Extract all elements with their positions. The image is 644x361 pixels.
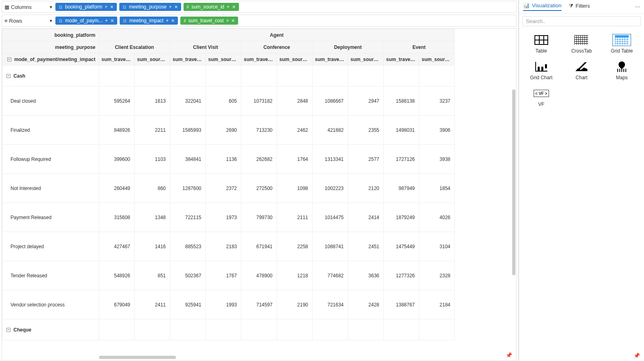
cell: 2451 [348, 232, 384, 261]
expand-icon[interactable]: − [6, 328, 11, 332]
tab-visualization[interactable]: 📊 Visualization [523, 2, 562, 11]
hash-icon: # [187, 5, 189, 9]
cell: 848926 [99, 116, 135, 145]
cell: 2462 [277, 116, 312, 145]
measure-header: sum_source... [348, 53, 384, 65]
rows-pills: 🗋mode_of_paym...+✕🗋meeting_impact+✕#sum_… [55, 17, 238, 25]
measure-header: sum_travel_... [241, 53, 277, 65]
plus-icon[interactable]: + [166, 18, 169, 23]
table-icon [534, 35, 548, 45]
measure-header: sum_travel_... [384, 53, 419, 65]
plus-icon[interactable]: + [227, 4, 230, 10]
cell: 322041 [170, 87, 206, 116]
close-icon[interactable]: ✕ [110, 18, 114, 23]
row-label[interactable]: Not Interested [2, 174, 99, 203]
columns-shelf-label[interactable]: ▦ Columns ▼ [4, 4, 53, 10]
tab-filters[interactable]: ⧩ Filters [569, 3, 590, 11]
pill-sum_travel_cost[interactable]: #sum_travel_cost+✕ [180, 17, 238, 25]
cell: 2947 [348, 87, 384, 116]
cell: 1416 [135, 232, 170, 261]
cell: 1014475 [312, 203, 348, 232]
row-label[interactable]: Vendor selection process [2, 290, 99, 319]
pill-label: mode_of_paym... [65, 18, 103, 23]
pill-mode_of_paym-[interactable]: 🗋mode_of_paym...+✕ [55, 17, 117, 25]
viz-crosstab[interactable]: CrossTab [563, 33, 601, 55]
cell: 262682 [241, 145, 277, 174]
cell: 1086667 [312, 87, 348, 116]
cell: 2577 [348, 145, 384, 174]
cell: 399600 [99, 145, 135, 174]
rows-icon: ≡ [4, 18, 8, 24]
cell: 1879249 [384, 203, 419, 232]
cell: 2355 [348, 116, 384, 145]
cell [206, 319, 241, 340]
pill-meeting_purpose[interactable]: 🗋meeting_purpose+✕ [119, 3, 181, 11]
chevron-down-icon[interactable]: ▼ [49, 5, 53, 9]
row-label[interactable]: Payment Released [2, 203, 99, 232]
close-icon[interactable]: ✕ [232, 4, 236, 10]
viz-table[interactable]: Table [522, 33, 560, 55]
viz-chart[interactable]: Chart [563, 59, 601, 82]
cell: 713230 [241, 116, 277, 145]
pin-icon[interactable]: 📌 [633, 353, 640, 359]
more-icon[interactable]: ⋯ [635, 4, 640, 10]
viz-vf[interactable]: < VF >VF [522, 86, 560, 109]
plus-icon[interactable]: + [105, 18, 108, 23]
plus-icon[interactable]: + [226, 18, 229, 23]
purpose-header: Event [384, 41, 455, 53]
cell: 3104 [419, 232, 455, 261]
plus-icon[interactable]: + [105, 4, 108, 10]
expand-icon[interactable]: − [6, 74, 11, 78]
close-icon[interactable]: ✕ [231, 18, 235, 23]
cell: 315608 [99, 203, 135, 232]
plus-icon[interactable]: + [169, 4, 172, 10]
horizontal-scrollbar[interactable] [99, 356, 176, 359]
visualization-grid: TableCrossTabGrid TableGrid ChartChartMa… [519, 29, 644, 113]
pill-label: sum_source_id [191, 4, 224, 10]
row-label[interactable]: Followup Required [2, 145, 99, 174]
cell: 885523 [170, 232, 206, 261]
cell [170, 319, 206, 340]
chart-icon [575, 62, 587, 71]
search-input[interactable]: Search.. [522, 16, 641, 26]
viz-maps[interactable]: Maps [603, 59, 641, 82]
pin-icon[interactable]: 📌 [506, 352, 512, 358]
purpose-header: Deployment [312, 41, 384, 53]
group-row[interactable]: − Cheque [2, 319, 99, 340]
maps-icon [617, 61, 627, 72]
rows-shelf: ≡ Rows ▼ 🗋mode_of_paym...+✕🗋meeting_impa… [2, 15, 517, 27]
cell: 987949 [384, 174, 419, 203]
expand-icon[interactable]: − [7, 57, 11, 61]
pill-meeting_impact[interactable]: 🗋meeting_impact+✕ [120, 17, 178, 25]
row-label[interactable]: Deal closed [2, 87, 99, 116]
columns-shelf: ▦ Columns ▼ 🗋booking_platform+✕🗋meeting_… [2, 1, 517, 13]
row-label[interactable]: Tender Released [2, 261, 99, 290]
vertical-scrollbar[interactable] [512, 89, 515, 275]
cell: 925941 [170, 290, 206, 319]
row-label[interactable]: Project delayed [2, 232, 99, 261]
pill-booking_platform[interactable]: 🗋booking_platform+✕ [55, 3, 117, 11]
viz-grid-chart[interactable]: Grid Chart [522, 59, 560, 82]
cell: 2211 [135, 116, 170, 145]
cell: 1073182 [241, 87, 277, 116]
close-icon[interactable]: ✕ [110, 4, 114, 10]
purpose-header: Conference [241, 41, 312, 53]
pill-sum_source_id[interactable]: #sum_source_id+✕ [184, 3, 239, 11]
cell: 2690 [206, 116, 241, 145]
cell: 384841 [170, 145, 206, 174]
close-icon[interactable]: ✕ [174, 4, 178, 10]
rows-shelf-label[interactable]: ≡ Rows ▼ [4, 18, 53, 24]
close-icon[interactable]: ✕ [171, 18, 175, 23]
chevron-down-icon[interactable]: ▼ [49, 19, 53, 23]
crosstab-scroll[interactable]: booking_platformAgentmeeting_purposeClie… [2, 29, 516, 361]
viz-label: VF [538, 101, 544, 107]
row-label[interactable]: Finalized [2, 116, 99, 145]
viz-grid-table[interactable]: Grid Table [603, 33, 641, 55]
file-icon: 🗋 [122, 5, 127, 9]
columns-pills: 🗋booking_platform+✕🗋meeting_purpose+✕#su… [55, 3, 239, 11]
cell: 1498031 [384, 116, 419, 145]
tab-filters-label: Filters [576, 3, 590, 9]
group-row[interactable]: − Cash [2, 65, 99, 87]
cell: 1218 [277, 261, 312, 290]
cell: 2120 [348, 174, 384, 203]
